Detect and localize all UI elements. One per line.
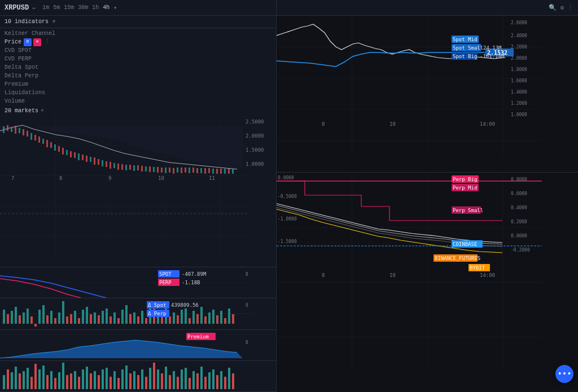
svg-rect-55 — [181, 168, 182, 173]
svg-rect-213 — [208, 372, 211, 389]
volume-chart[interactable] — [0, 361, 276, 392]
svg-rect-165 — [19, 373, 21, 389]
svg-text:1.6000: 1.6000 — [511, 78, 527, 83]
tf-dropdown[interactable]: ▾ — [112, 4, 118, 12]
svg-text:-0.5000: -0.5000 — [278, 194, 297, 199]
tf-1m[interactable]: 1m — [41, 4, 50, 12]
svg-rect-11 — [7, 125, 8, 131]
svg-text:SPOT: SPOT — [159, 271, 172, 277]
svg-rect-144 — [216, 315, 218, 324]
svg-text:1.8000: 1.8000 — [511, 67, 527, 72]
svg-rect-39 — [117, 164, 119, 170]
svg-rect-121 — [125, 305, 128, 324]
svg-rect-20 — [42, 139, 44, 144]
svg-rect-194 — [133, 371, 135, 389]
svg-rect-68 — [232, 169, 234, 174]
svg-rect-99 — [38, 310, 41, 324]
svg-rect-115 — [102, 311, 104, 324]
close-icon[interactable]: ✕ — [33, 38, 41, 46]
add-market-btn[interactable]: + — [41, 108, 44, 114]
svg-rect-162 — [7, 369, 9, 389]
svg-text:PERP: PERP — [159, 280, 172, 285]
svg-rect-202 — [165, 367, 167, 389]
svg-text:-1.5000: -1.5000 — [278, 239, 297, 244]
svg-rect-120 — [121, 310, 124, 324]
svg-rect-138 — [192, 311, 195, 324]
svg-rect-166 — [23, 371, 25, 389]
svg-text:Spot Big: Spot Big — [453, 54, 477, 59]
more-options-icon[interactable]: ⋮ — [567, 4, 573, 11]
settings-icon[interactable]: ⚙ — [560, 4, 564, 11]
svg-text:Perp Big: Perp Big — [453, 177, 477, 182]
edit-icon[interactable]: ✏ — [32, 5, 36, 11]
svg-rect-95 — [23, 312, 25, 324]
svg-rect-124 — [137, 316, 139, 324]
svg-rect-17 — [30, 133, 32, 140]
svg-text:BINANCE_FUTURES: BINANCE_FUTURES — [435, 256, 480, 261]
visibility-icon[interactable]: ⊘ — [24, 38, 32, 46]
indicator-cvd-perp: CVD PERP — [5, 55, 272, 63]
svg-rect-112 — [90, 314, 92, 324]
svg-rect-66 — [224, 169, 226, 174]
svg-rect-35 — [102, 160, 103, 166]
price-controls: ⊘ ✕ ⋮ — [24, 38, 51, 46]
svg-rect-203 — [169, 375, 171, 389]
svg-rect-218 — [228, 368, 230, 389]
right-price-svg: 2.1532 Spot Mid Spot Small 24.13M Spot B… — [277, 16, 578, 172]
svg-rect-126 — [145, 318, 147, 324]
svg-text:0.6000: 0.6000 — [511, 191, 527, 196]
svg-rect-52 — [169, 168, 170, 173]
premium-chart[interactable]: Premium 0 — [0, 330, 276, 361]
indicator-keltner: Keltner Channel — [5, 29, 272, 38]
svg-rect-168 — [30, 377, 33, 389]
svg-rect-31 — [86, 156, 87, 162]
svg-rect-19 — [38, 136, 40, 143]
svg-text:0: 0 — [246, 340, 248, 345]
tf-1h[interactable]: 1h — [91, 4, 100, 12]
more-icon[interactable]: ⋮ — [43, 38, 51, 46]
tf-4h[interactable]: 4h — [102, 4, 111, 12]
svg-rect-34 — [98, 159, 99, 165]
svg-rect-185 — [98, 375, 100, 389]
right-header: 🔍 ⚙ ⋮ — [277, 0, 578, 16]
add-indicator-btn[interactable]: + — [52, 18, 56, 26]
right-main-chart[interactable]: 2.1532 Spot Mid Spot Small 24.13M Spot B… — [277, 16, 578, 173]
tf-15m[interactable]: 15m — [63, 4, 75, 12]
svg-rect-215 — [216, 375, 218, 389]
fab-button[interactable]: ••• — [555, 365, 573, 383]
svg-rect-186 — [102, 369, 104, 389]
svg-rect-24 — [58, 146, 60, 152]
svg-rect-29 — [78, 153, 80, 160]
svg-rect-63 — [212, 169, 214, 174]
svg-rect-188 — [110, 377, 112, 389]
tf-30m[interactable]: 30m — [77, 4, 89, 12]
svg-rect-177 — [66, 375, 68, 389]
svg-text:2.4000: 2.4000 — [511, 33, 527, 38]
right-panel: 🔍 ⚙ ⋮ 2.1532 — [277, 0, 578, 392]
volume-svg — [0, 361, 276, 391]
svg-rect-57 — [189, 168, 190, 173]
tf-5m[interactable]: 5m — [52, 4, 61, 12]
svg-text:2.6000: 2.6000 — [511, 20, 527, 25]
svg-rect-40 — [121, 164, 123, 170]
left-header: XRPUSD ✏ 1m 5m 15m 30m 1h 4h ▾ — [0, 0, 276, 16]
left-main-chart[interactable]: 2.5000 2.0000 1.5000 1.0000 7 8 9 10 11 — [0, 115, 276, 267]
svg-rect-195 — [137, 375, 139, 389]
svg-rect-38 — [113, 163, 115, 168]
svg-rect-217 — [224, 377, 226, 389]
svg-rect-180 — [78, 377, 80, 389]
right-sub-chart[interactable]: Perp Big Perp Mid Perp Small COINBASE BI… — [277, 173, 578, 392]
indicator-delta-spot: Delta Spot — [5, 63, 272, 72]
svg-rect-23 — [54, 144, 56, 151]
svg-rect-196 — [141, 369, 143, 389]
svg-text:Premium: Premium — [187, 334, 209, 340]
cvd-chart[interactable]: SPOT -407.89M PERP -1.18B 0 — [0, 267, 276, 298]
svg-rect-140 — [200, 307, 203, 324]
svg-rect-139 — [196, 314, 199, 324]
svg-rect-119 — [117, 318, 120, 324]
svg-text:9: 9 — [108, 175, 111, 181]
svg-rect-132 — [169, 316, 171, 324]
delta-chart[interactable]: Δ Spot 439809.56 Δ Perp 0 — [0, 298, 276, 329]
left-panel: XRPUSD ✏ 1m 5m 15m 30m 1h 4h ▾ 10 indica… — [0, 0, 277, 392]
search-icon[interactable]: 🔍 — [549, 4, 557, 11]
